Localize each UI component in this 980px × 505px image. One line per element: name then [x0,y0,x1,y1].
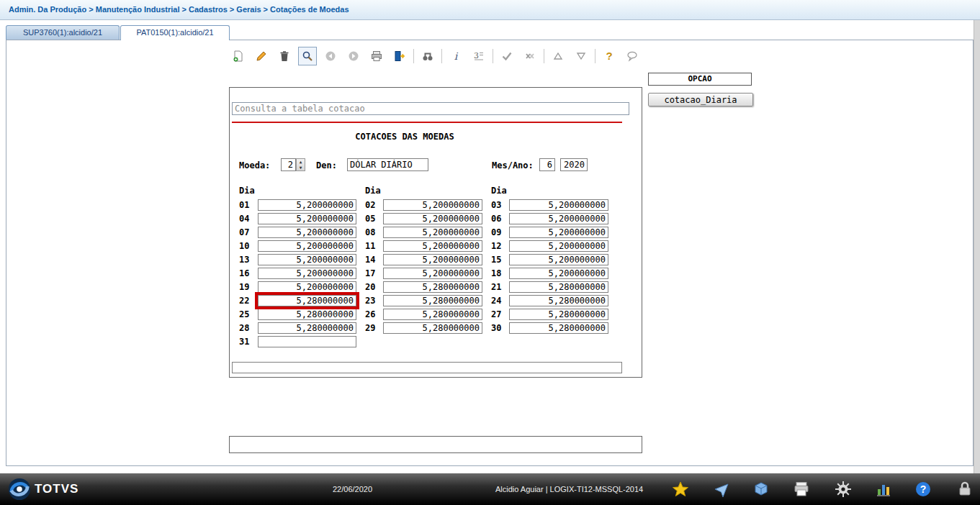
day-label-16: 16 [239,268,258,278]
breadcrumb: Admin. Da Produção > Manutenção Industri… [9,5,349,14]
day-value-09[interactable] [509,227,608,238]
day-value-23[interactable] [383,295,482,306]
new-record-button[interactable] [229,47,248,65]
help-icon[interactable]: ? [913,479,933,499]
day-value-01[interactable] [258,199,356,211]
day-label-26: 26 [356,309,383,319]
moeda-spinner[interactable]: ▲▼ [296,158,305,171]
day-value-02[interactable] [383,199,482,211]
ano-input[interactable] [560,158,588,171]
message-line-input[interactable] [232,362,622,373]
settings-gear-icon[interactable] [833,479,853,499]
toolbar-separator [413,49,414,63]
tab-sup3760[interactable]: SUP3760(1):alcidio/21 [6,25,120,40]
divider-line [232,122,622,123]
day-label-15: 15 [482,255,509,265]
day-value-31[interactable] [258,336,356,347]
svg-text:?: ? [920,483,927,495]
apps-cube-icon[interactable] [751,479,771,499]
day-value-12[interactable] [509,240,608,252]
day-label-23: 23 [356,296,383,306]
day-value-26[interactable] [383,309,482,320]
day-value-24[interactable] [509,295,608,306]
screen: Admin. Da Produção > Manutenção Industri… [0,0,980,505]
mes-input[interactable] [539,158,555,171]
day-value-16[interactable] [258,268,356,279]
chart-icon[interactable] [873,479,894,499]
main-panel: i 3 ? [6,40,974,466]
next-arrow-icon [348,50,359,62]
day-label-03: 03 [482,200,509,210]
double-cross-icon [524,50,536,62]
cancel-button[interactable] [521,47,539,65]
day-value-05[interactable] [383,213,482,224]
shortcut-icon[interactable] [711,479,732,499]
confirm-button[interactable] [498,47,516,65]
status-date: 22/06/2020 [333,485,372,493]
den-input[interactable] [347,158,428,171]
day-value-14[interactable] [383,254,482,265]
binoculars-icon [422,50,433,62]
trash-icon [279,50,290,62]
find-detail-button[interactable] [418,47,437,65]
day-value-10[interactable] [258,240,356,252]
scrollbar-strip[interactable] [974,20,980,473]
day-value-19[interactable] [258,281,356,293]
moeda-label: Moeda: [239,160,270,170]
day-value-06[interactable] [509,213,608,224]
day-value-27[interactable] [509,309,608,320]
search-button[interactable] [298,47,317,65]
day-value-30[interactable] [509,322,608,334]
move-down-button[interactable] [572,47,590,65]
next-record-button[interactable] [344,47,363,65]
day-label-17: 17 [356,268,383,278]
day-value-08[interactable] [383,227,482,238]
status-line-box [229,436,642,453]
move-up-button[interactable] [549,47,567,65]
day-label-31: 31 [239,337,258,347]
totvs-logo-icon [7,477,32,504]
dia-header-2: Dia [365,186,381,196]
favorites-star-icon[interactable] [670,479,691,499]
triangle-down-icon [575,50,587,62]
cotacao-diaria-button[interactable]: cotacao_Diaria [648,93,753,106]
toolbar-separator [544,49,544,63]
day-value-28[interactable] [258,322,356,334]
day-label-05: 05 [356,214,383,224]
edit-record-button[interactable] [252,47,271,65]
day-value-03[interactable] [509,199,608,211]
day-value-04[interactable] [258,213,356,224]
day-value-11[interactable] [383,240,482,252]
comment-button[interactable] [623,47,642,65]
day-value-25[interactable] [258,309,356,320]
help-button[interactable]: ? [600,47,619,65]
svg-text:?: ? [606,50,612,62]
moeda-input[interactable] [281,158,296,171]
mes-ano-label: Mes/Ano: [492,160,534,170]
exit-button[interactable] [390,47,409,65]
printer-icon [371,50,382,62]
day-label-22: 22 [239,296,258,306]
pencil-icon [256,50,267,62]
record-number-button[interactable]: 3 [469,47,488,65]
tab-pat0150[interactable]: PAT0150(1):alcidio/21 [120,25,230,40]
opcao-header: OPCAO [648,73,752,86]
day-value-13[interactable] [258,254,356,265]
day-value-22[interactable] [258,295,356,306]
lock-icon[interactable] [955,479,975,499]
previous-record-button[interactable] [321,47,340,65]
info-button[interactable]: i [446,47,465,65]
day-value-15[interactable] [509,254,608,265]
delete-record-button[interactable] [275,47,294,65]
print-icon[interactable] [791,479,812,499]
day-value-21[interactable] [509,281,608,293]
day-value-20[interactable] [383,281,482,293]
day-value-18[interactable] [509,268,608,279]
check-icon [501,50,513,62]
day-value-29[interactable] [383,322,482,334]
day-value-07[interactable] [258,227,356,238]
print-button[interactable] [367,47,386,65]
toolbar: i 3 ? [229,45,642,68]
query-input[interactable] [232,102,629,115]
day-value-17[interactable] [383,268,482,279]
